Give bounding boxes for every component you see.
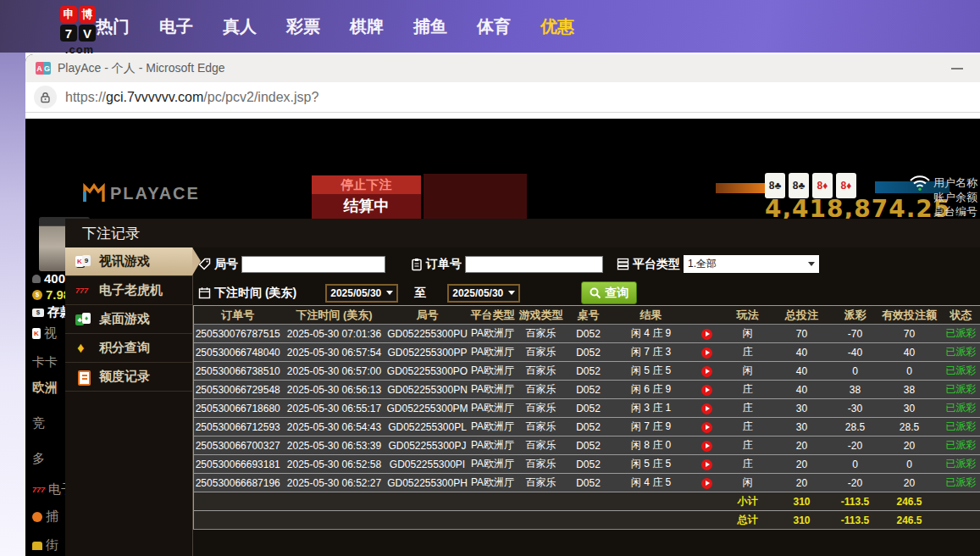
table-header-cell: 游戏类型 [518, 306, 565, 325]
table-status-banner: 停止下注 结算中 [312, 175, 421, 220]
date-to-label: 至 [414, 286, 426, 301]
cell-total: 20 [772, 474, 833, 492]
cell-bet: 庄 [724, 343, 772, 362]
replay-play-button[interactable] [701, 348, 712, 359]
cell-order: 250530066729548 [194, 381, 282, 399]
replay-play-button[interactable] [701, 478, 712, 489]
cell-valid: 40 [878, 343, 941, 362]
table-row: 2505300667003272025-05-30 06:53:39GD0522… [194, 436, 980, 455]
cell-valid: 30 [878, 399, 941, 418]
cell-total: 20 [772, 455, 833, 474]
cell-bet: 庄 [724, 436, 772, 455]
account-info-label: 桌台编号 [933, 204, 977, 219]
url-path: /pc/pcv2/index.jsp? [203, 90, 318, 104]
order-number-input[interactable] [465, 256, 603, 273]
top-nav-item[interactable]: 真人 [222, 15, 257, 38]
table-head: 订单号下注时间 (美东)局号平台类型游戏类型桌号结果玩法总投注派彩有效投注额状态 [194, 306, 980, 325]
cell-bet: 庄 [724, 381, 772, 399]
cell-round: GD052255300PJ [387, 436, 468, 455]
platform-type-label: 平台类型 [633, 257, 680, 272]
table-row: 2505300667480402025-05-30 06:57:54GD0522… [194, 343, 980, 362]
top-nav-item[interactable]: 棋牌 [349, 15, 385, 38]
table-header-cell: 玩法 [724, 306, 772, 325]
calendar-icon [198, 286, 211, 299]
cell-replay [690, 362, 724, 381]
table-header-cell: 结果 [612, 306, 690, 325]
cell-total: 30 [772, 418, 833, 436]
round-number-label: 局号 [214, 257, 238, 272]
top-nav-item[interactable]: 捕鱼 [412, 15, 448, 38]
bg-left-item[interactable]: 竞 [32, 415, 45, 431]
cell-empty [194, 511, 724, 530]
bg-left-item[interactable]: 街 [32, 537, 58, 553]
bg-left-label: 视 [44, 325, 57, 342]
cell-game: 百家乐 [518, 399, 565, 418]
platform-type-select[interactable]: 1.全部 [684, 255, 819, 273]
cell-bet: 闲 [724, 362, 772, 381]
top-nav-item[interactable]: 电子 [158, 15, 194, 38]
cell-payout: -20 [833, 474, 878, 492]
cell-sum-valid: 246.5 [878, 511, 941, 530]
cell-bet: 闲 [724, 325, 772, 343]
replay-play-button[interactable] [701, 422, 712, 433]
replay-play-button[interactable] [701, 403, 712, 414]
date-to-select[interactable]: 2025/05/30 [447, 284, 520, 303]
url-text: https://gci.7vvvvvv.com/pc/pcv2/index.js… [65, 90, 318, 105]
cell-round: GD052255300PP [387, 343, 468, 362]
bg-left-item[interactable]: 多 [32, 451, 45, 467]
date-from-select[interactable]: 2025/05/30 [325, 284, 398, 303]
sidebar-item[interactable]: 额度记录 [65, 363, 192, 392]
cell-table: D052 [565, 343, 612, 362]
cell-status: 已派彩 [941, 343, 980, 362]
search-icon [590, 287, 601, 299]
replay-play-button[interactable] [701, 329, 712, 340]
sidebar-item[interactable]: 桌面游戏 [65, 305, 192, 334]
cell-round: GD052255300PL [387, 418, 468, 436]
search-button[interactable]: 查询 [581, 281, 637, 304]
table-header-cell: 平台类型 [468, 306, 518, 325]
decor-strip-orange [716, 183, 765, 193]
address-bar[interactable]: https://gci.7vvvvvv.com/pc/pcv2/index.js… [25, 82, 980, 113]
grand-total-row: 总计310-113.5246.5 [194, 511, 980, 530]
top-nav-item[interactable]: 优惠 [540, 15, 575, 38]
bg-left-item[interactable]: 捕 [32, 509, 58, 525]
cell-order: 250530066738510 [194, 362, 282, 381]
cell-replay [690, 455, 724, 474]
chevron-down-icon [508, 291, 515, 295]
top-nav-item[interactable]: 热门 [95, 15, 130, 38]
round-number-input[interactable] [241, 256, 385, 273]
sidebar-item[interactable]: 电子老虎机 [65, 276, 192, 305]
cell-platform: PA欧洲厅 [468, 436, 518, 455]
points-icon [75, 342, 91, 355]
table-header-cell: 下注时间 (美东) [282, 306, 387, 325]
replay-play-button[interactable] [701, 459, 712, 470]
deposit-icon: $ [32, 309, 44, 317]
replay-play-button[interactable] [701, 366, 712, 377]
bg-left-item[interactable]: 卡卡 [32, 354, 58, 370]
clipboard-icon [411, 258, 423, 271]
bet-records-panel: 下注记录 视讯游戏电子老虎机桌面游戏积分查询额度记录 局号 订单号 平台类型 [65, 219, 980, 556]
minimize-button[interactable] [943, 54, 972, 82]
bg-left-item[interactable]: K视 [32, 325, 57, 342]
cell-platform: PA欧洲厅 [468, 399, 518, 418]
cell-valid: 28.5 [878, 418, 941, 436]
window-titlebar: A G PlayAce - 个人 - Microsoft Edge [25, 54, 980, 82]
sidebar-item[interactable]: 视讯游戏 [65, 247, 192, 276]
cell-payout: 38 [833, 381, 878, 399]
top-nav-item[interactable]: 彩票 [285, 15, 321, 38]
cell-order: 250530066700327 [194, 436, 282, 455]
replay-play-button[interactable] [701, 385, 712, 396]
table-row: 2505300666871962025-05-30 06:52:27GD0522… [194, 474, 980, 492]
table-row: 2505300666931812025-05-30 06:52:58GD0522… [194, 455, 980, 474]
screen: 热门电子真人彩票棋牌捕鱼体育优惠 申 博 7 V .com A G PlayAc… [0, 0, 980, 556]
bg-left-item[interactable]: 欧洲 [32, 380, 58, 396]
cell-status: 已派彩 [941, 362, 980, 381]
cell-table: D052 [565, 362, 612, 381]
top-nav-item[interactable]: 体育 [476, 15, 512, 38]
desktop-background [0, 53, 25, 556]
cell-result: 闲 7 庄 3 [612, 343, 690, 362]
cell-time: 2025-05-30 06:54:43 [282, 418, 387, 436]
replay-play-button[interactable] [701, 441, 712, 452]
cell-total: 20 [772, 436, 833, 455]
sidebar-item[interactable]: 积分查询 [65, 334, 192, 363]
